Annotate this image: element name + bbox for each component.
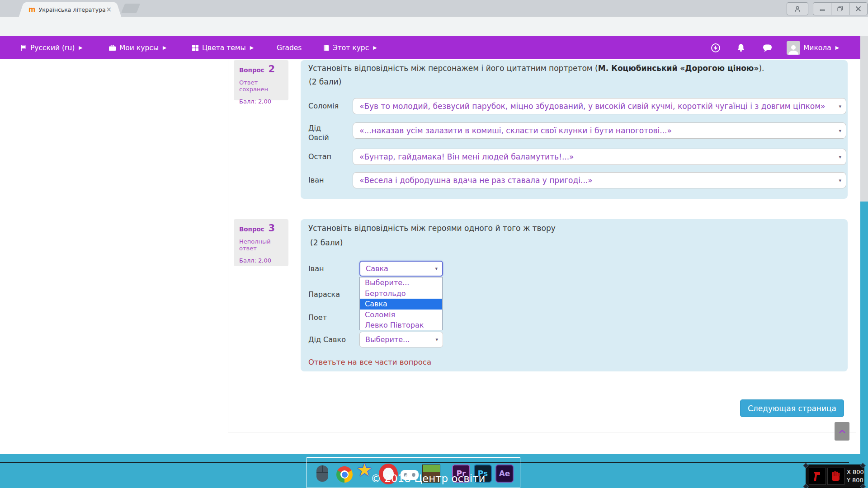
match-label: Поет <box>308 313 327 322</box>
flag-icon <box>20 44 27 52</box>
match-label: Соломія <box>308 98 339 114</box>
dropdown-option[interactable]: Левко Півторак <box>360 320 442 331</box>
caret-right-icon: ▶ <box>163 45 166 51</box>
select-value: Выберите... <box>365 335 410 344</box>
nav-theme-colors-label: Цвета темы <box>202 44 246 52</box>
question-2-prompt: Установіть відповідність між персонажем … <box>308 64 764 73</box>
messages-button[interactable] <box>762 36 773 59</box>
match-label: Параска <box>308 290 340 299</box>
incomplete-warning: Ответьте на все части вопроса <box>308 358 431 366</box>
star-icon[interactable]: ★ <box>357 460 372 480</box>
recorder-overlay: X 800 Y 800 <box>806 465 864 488</box>
user-menu[interactable]: Микола ▶ <box>787 36 839 59</box>
chevron-down-icon: ▾ <box>839 154 841 160</box>
nav-theme-colors[interactable]: Цвета темы ▶ <box>192 36 254 59</box>
browser-toolbar: ← → Защищено | https://new.optima-osvita… <box>0 17 868 36</box>
overlay-boot-icon <box>809 468 826 485</box>
chevron-up-icon <box>839 429 846 434</box>
person-icon <box>788 44 799 55</box>
chevron-down-icon: ▾ <box>435 266 438 272</box>
dropdown-option-highlighted[interactable]: Савка <box>360 299 442 310</box>
question-number: Вопрос 3 <box>239 223 283 234</box>
question-grade: Балл: 2,00 <box>239 257 283 264</box>
footer-copyright: © 2018 Центр освіти <box>371 473 486 484</box>
dropdown-option[interactable]: Выберите... <box>360 277 442 288</box>
match-select[interactable]: «Весела і добродушна вдача не раз ставал… <box>353 172 846 188</box>
user-name: Микола <box>803 44 831 52</box>
match-select[interactable]: Выберите... ▾ <box>359 332 443 347</box>
cursor-coordinates: X 800 Y 800 <box>847 468 864 484</box>
nav-grades-label: Grades <box>277 44 302 52</box>
select-value: «Бунтар, гайдамака! Він мені людей балам… <box>359 152 574 161</box>
scrollbar-track[interactable] <box>860 202 868 488</box>
select-value: «Весела і добродушна вдача не раз ставал… <box>359 176 593 185</box>
nav-my-courses[interactable]: Мои курсы ▶ <box>108 36 166 59</box>
grid-icon <box>192 44 199 52</box>
question-2-panel: Установіть відповідність між персонажем … <box>301 60 848 199</box>
notifications-button[interactable] <box>736 36 746 59</box>
match-select[interactable]: «Бунтар, гайдамака! Він мені людей балам… <box>353 149 846 165</box>
window-controls <box>813 2 868 15</box>
match-select-open[interactable]: Савка ▾ <box>359 261 443 277</box>
coord-y: Y 800 <box>847 476 864 484</box>
dropdown-option[interactable]: Соломія <box>360 310 442 320</box>
caret-right-icon: ▶ <box>79 45 82 51</box>
scrollbar-thumb[interactable] <box>860 36 868 202</box>
chrome-icon[interactable] <box>336 466 353 483</box>
coord-x: X 800 <box>847 468 864 476</box>
match-select[interactable]: «Був то молодий, безвусий парубок, міцно… <box>353 98 846 114</box>
scroll-top-button[interactable] <box>835 422 849 441</box>
question-3-points: (2 бали) <box>310 238 343 247</box>
tab-title: Українська література 8, <box>39 6 106 13</box>
circle-down-arrow-icon <box>711 43 721 53</box>
mouse-icon[interactable] <box>316 465 328 482</box>
moodle-logo-icon: m <box>28 5 36 14</box>
dropdown-list: Выберите... Бертольдо Савка Соломія Левк… <box>359 277 443 330</box>
browser-window: m Українська література 8, × ← → <box>0 0 868 488</box>
close-icon[interactable] <box>849 3 867 15</box>
match-label: Іван <box>308 261 324 277</box>
site-navbar: Русский (ru) ▶ Мои курсы ▶ Цвета темы ▶ … <box>0 36 860 59</box>
chevron-down-icon: ▾ <box>839 103 841 109</box>
overlay-hand-icon <box>827 468 844 485</box>
match-label: Остап <box>308 149 331 165</box>
nav-this-course-label: Этот курс <box>333 44 369 52</box>
new-tab-button[interactable] <box>121 4 140 13</box>
person-icon <box>794 5 801 13</box>
select-value: Савка <box>366 264 388 273</box>
bell-icon <box>736 43 746 53</box>
question-2-info: Вопрос 2 Ответ сохранен Балл: 2,00 <box>234 60 288 100</box>
question-3-prompt: Установіть відповідність між героями одн… <box>308 224 556 233</box>
question-3-info: Вопрос 3 Неполный ответ Балл: 2,00 <box>234 219 288 266</box>
nav-grades[interactable]: Grades <box>277 36 302 59</box>
nav-this-course[interactable]: Этот курс ▶ <box>323 36 377 59</box>
caret-right-icon: ▶ <box>835 45 839 51</box>
caret-right-icon: ▶ <box>373 45 377 51</box>
tab-bar: m Українська література 8, × <box>0 0 868 17</box>
question-2-points: (2 бали) <box>309 77 341 86</box>
chat-icon <box>762 43 773 53</box>
match-label: Дід Овсій <box>308 123 340 142</box>
profile-button[interactable] <box>787 2 808 15</box>
question-3-panel: Установіть відповідність між героями одн… <box>301 219 848 371</box>
match-select[interactable]: «...наказав усім залазити в комиші, скла… <box>353 122 846 139</box>
dropdown-option[interactable]: Бертольдо <box>360 288 442 299</box>
book-icon <box>323 44 330 52</box>
question-number: Вопрос 2 <box>239 64 283 75</box>
nav-language-label: Русский (ru) <box>30 44 75 52</box>
briefcase-icon <box>108 44 116 52</box>
nav-language[interactable]: Русский (ru) ▶ <box>20 36 83 59</box>
aftereffects-icon[interactable]: Ae <box>495 465 514 483</box>
recent-activity-button[interactable] <box>711 36 721 59</box>
minimize-icon[interactable] <box>813 3 831 15</box>
match-label: Дід Савко <box>308 332 346 347</box>
browser-tab[interactable]: m Українська література 8, × <box>25 2 115 17</box>
question-grade: Балл: 2,00 <box>239 98 283 105</box>
caret-right-icon: ▶ <box>250 45 254 51</box>
question-status: Неполный ответ <box>239 238 283 252</box>
restore-icon[interactable] <box>831 3 849 15</box>
question-status: Ответ сохранен <box>239 79 283 93</box>
tab-close-icon[interactable]: × <box>106 5 112 14</box>
next-page-button[interactable]: Следующая страница <box>740 399 844 417</box>
chevron-down-icon: ▾ <box>839 178 841 183</box>
